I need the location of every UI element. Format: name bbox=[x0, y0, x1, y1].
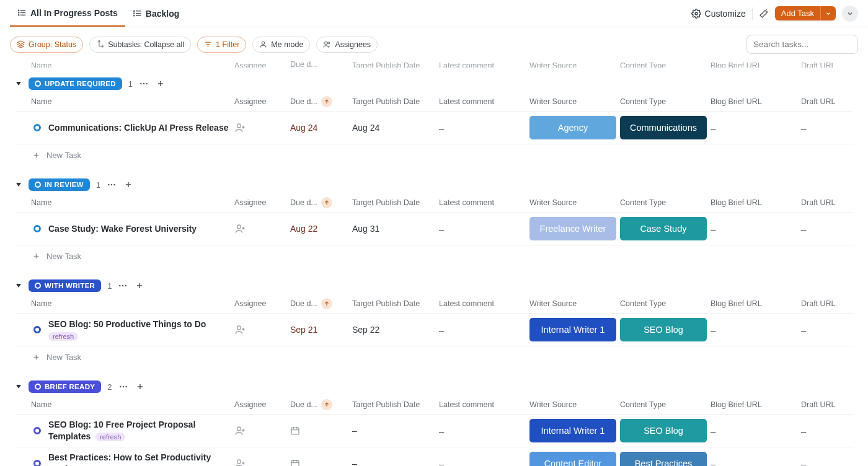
filter-pill[interactable]: 1 Filter bbox=[197, 37, 246, 53]
task-status-icon[interactable] bbox=[33, 225, 41, 232]
assignees-pill[interactable]: Assignees bbox=[316, 37, 378, 53]
status-badge[interactable]: IN REVIEW bbox=[29, 178, 90, 191]
content-type-chip[interactable]: SEO Blog bbox=[620, 318, 707, 341]
search-input[interactable] bbox=[746, 35, 858, 54]
me-mode-pill[interactable]: Me mode bbox=[252, 37, 310, 53]
group-add-button[interactable] bbox=[155, 78, 166, 89]
svg-point-72 bbox=[237, 460, 241, 464]
group-more-button[interactable] bbox=[118, 382, 128, 392]
group-add-button[interactable] bbox=[123, 179, 134, 190]
col-writer[interactable]: Writer Source bbox=[529, 299, 620, 308]
col-comment[interactable]: Latest comment bbox=[439, 97, 529, 106]
col-brief[interactable]: Blog Brief URL bbox=[711, 400, 801, 409]
task-status-icon[interactable] bbox=[33, 124, 41, 131]
group-pill[interactable]: Group: Status bbox=[10, 37, 83, 53]
add-task-main[interactable]: Add Task bbox=[775, 6, 820, 20]
writer-source-chip[interactable]: Internal Writer 1 bbox=[529, 419, 616, 442]
col-name[interactable]: Name bbox=[30, 299, 234, 308]
col-assignee[interactable]: Assignee bbox=[234, 299, 290, 308]
collapse-toggle[interactable] bbox=[15, 383, 22, 390]
collapse-toggle[interactable] bbox=[15, 80, 22, 87]
task-row[interactable]: SEO Blog: 10 Free Project Proposal Templ… bbox=[15, 414, 853, 447]
col-draft[interactable]: Draft URL bbox=[801, 97, 863, 106]
assign-user-button[interactable] bbox=[234, 223, 290, 234]
new-task-button[interactable]: New Task bbox=[15, 144, 853, 166]
assign-user-button[interactable] bbox=[234, 425, 290, 436]
col-target[interactable]: Target Publish Date bbox=[352, 97, 439, 106]
col-name[interactable]: Name bbox=[30, 97, 234, 106]
col-writer[interactable]: Writer Source bbox=[529, 97, 620, 106]
writer-source-chip[interactable]: Freelance Writer bbox=[529, 217, 616, 240]
group-more-button[interactable] bbox=[107, 180, 117, 190]
customize-button[interactable]: Customize bbox=[691, 9, 746, 19]
add-task-dropdown[interactable] bbox=[820, 6, 836, 20]
col-type[interactable]: Content Type bbox=[620, 400, 711, 409]
col-target[interactable]: Target Publish Date bbox=[352, 299, 439, 308]
group-add-button[interactable] bbox=[134, 280, 145, 291]
content-type-chip[interactable]: SEO Blog bbox=[620, 419, 707, 442]
col-name[interactable]: Name bbox=[30, 400, 234, 409]
collapse-panel-button[interactable] bbox=[842, 6, 858, 22]
col-target[interactable]: Target Publish Date bbox=[352, 400, 439, 409]
content-type-chip[interactable]: Best Practices bbox=[620, 452, 707, 466]
group-add-button[interactable] bbox=[135, 381, 146, 392]
writer-source-chip[interactable]: Agency bbox=[529, 116, 616, 139]
svg-marker-34 bbox=[16, 183, 21, 187]
col-assignee[interactable]: Assignee bbox=[234, 97, 290, 106]
col-draft[interactable]: Draft URL bbox=[801, 299, 863, 308]
col-comment[interactable]: Latest comment bbox=[439, 299, 529, 308]
col-comment[interactable]: Latest comment bbox=[439, 400, 529, 409]
status-badge[interactable]: BRIEF READY bbox=[29, 380, 101, 393]
tab-backlog[interactable]: Backlog bbox=[125, 0, 187, 27]
calendar-icon[interactable] bbox=[290, 459, 300, 466]
col-due[interactable]: Due d... bbox=[290, 298, 352, 309]
collapse-toggle[interactable] bbox=[15, 282, 22, 289]
col-draft[interactable]: Draft URL bbox=[801, 400, 863, 409]
autopilot-button[interactable] bbox=[759, 9, 769, 19]
col-brief[interactable]: Blog Brief URL bbox=[711, 299, 801, 308]
calendar-icon[interactable] bbox=[290, 426, 300, 436]
col-due[interactable]: Due d... bbox=[290, 96, 352, 107]
new-task-button[interactable]: New Task bbox=[15, 346, 853, 368]
col-assignee[interactable]: Assignee bbox=[234, 400, 290, 409]
subtasks-pill[interactable]: Subtasks: Collapse all bbox=[89, 37, 191, 53]
content-type-chip[interactable]: Case Study bbox=[620, 217, 707, 240]
task-row[interactable]: Case Study: Wake Forest University Aug 2… bbox=[15, 212, 853, 245]
col-target[interactable]: Target Publish Date bbox=[352, 198, 439, 207]
group-more-button[interactable] bbox=[118, 281, 128, 291]
tab-all-in-progress[interactable]: All In Progress Posts bbox=[10, 0, 125, 27]
col-assignee[interactable]: Assignee bbox=[234, 198, 290, 207]
top-bar: All In Progress Posts Backlog Customize … bbox=[0, 0, 868, 27]
task-status-icon[interactable] bbox=[33, 326, 41, 333]
task-row[interactable]: Communications: ClickUp AI Press Release… bbox=[15, 111, 853, 144]
writer-source-chip[interactable]: Internal Writer 1 bbox=[529, 318, 616, 341]
col-writer[interactable]: Writer Source bbox=[529, 400, 620, 409]
assign-user-button[interactable] bbox=[234, 122, 290, 133]
col-type[interactable]: Content Type bbox=[620, 299, 711, 308]
group-more-button[interactable] bbox=[139, 79, 149, 89]
col-due[interactable]: Due d... bbox=[290, 399, 352, 410]
task-row[interactable]: SEO Blog: 50 Productive Things to Do ref… bbox=[15, 313, 853, 346]
svg-point-60 bbox=[122, 386, 123, 387]
col-writer[interactable]: Writer Source bbox=[529, 198, 620, 207]
assign-user-button[interactable] bbox=[234, 458, 290, 466]
task-status-icon[interactable] bbox=[33, 460, 41, 466]
col-draft[interactable]: Draft URL bbox=[801, 198, 863, 207]
task-status-icon[interactable] bbox=[33, 427, 41, 434]
col-type[interactable]: Content Type bbox=[620, 198, 711, 207]
status-badge[interactable]: WITH WRITER bbox=[29, 279, 101, 292]
content-type-chip[interactable]: Communications bbox=[620, 116, 707, 139]
col-comment[interactable]: Latest comment bbox=[439, 198, 529, 207]
new-task-button[interactable]: New Task bbox=[15, 245, 853, 267]
layers-icon bbox=[17, 40, 25, 48]
writer-source-chip[interactable]: Content Editor bbox=[529, 452, 616, 466]
col-brief[interactable]: Blog Brief URL bbox=[711, 198, 801, 207]
col-type[interactable]: Content Type bbox=[620, 97, 711, 106]
status-badge[interactable]: UPDATE REQUIRED bbox=[29, 77, 122, 90]
col-name[interactable]: Name bbox=[30, 198, 234, 207]
task-row[interactable]: Best Practices: How to Set Productivity … bbox=[15, 447, 853, 466]
col-brief[interactable]: Blog Brief URL bbox=[711, 97, 801, 106]
assign-user-button[interactable] bbox=[234, 324, 290, 335]
col-due[interactable]: Due d... bbox=[290, 197, 352, 208]
collapse-toggle[interactable] bbox=[15, 181, 22, 188]
